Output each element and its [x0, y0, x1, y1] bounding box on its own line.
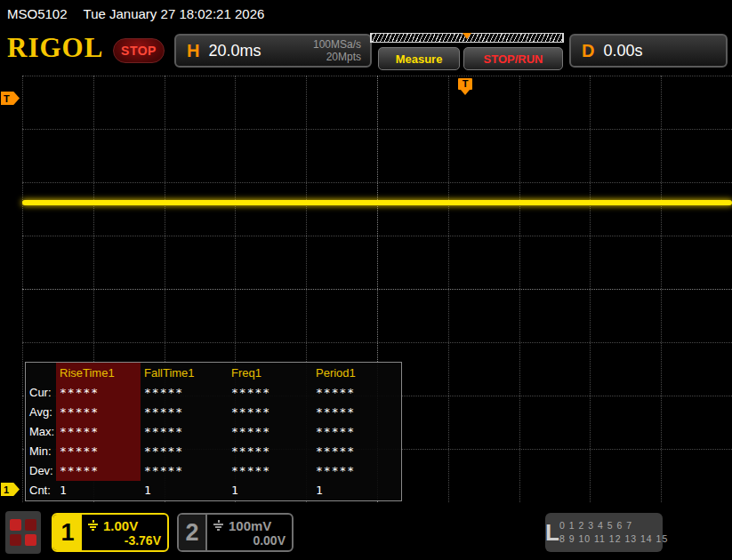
- memory-depth: 20Mpts: [326, 51, 361, 63]
- measurement-table: RiseTime1 FallTime1 Freq1 Period1 Cur: *…: [25, 362, 402, 501]
- measure-row-label: Min:: [26, 444, 56, 458]
- rigol-logo: RIGOL: [7, 32, 103, 64]
- channel1-badge[interactable]: 1 1.00V -3.76V: [52, 513, 169, 552]
- sample-rate: 100MSa/s: [313, 38, 361, 51]
- channel2-badge[interactable]: 2 100mV 0.00V: [177, 513, 294, 552]
- trigger-position-pointer-icon: [461, 90, 470, 95]
- measure-value: 1: [141, 484, 228, 497]
- acquisition-memory-bar[interactable]: [370, 33, 564, 43]
- toolbar: RIGOL STOP H 20.0ms 100MSa/s 20Mpts Meas…: [0, 27, 732, 76]
- measure-value: *****: [56, 425, 141, 438]
- horizontal-settings-button[interactable]: H 20.0ms 100MSa/s 20Mpts: [174, 34, 372, 68]
- ground-coupling-icon: [213, 520, 224, 531]
- measure-value: *****: [228, 405, 312, 419]
- measure-value: *****: [228, 464, 312, 477]
- status-bar: MSO5102 Tue January 27 18:02:21 2026: [0, 0, 732, 27]
- measure-col-header: Freq1: [228, 366, 312, 380]
- stop-run-button[interactable]: STOP/RUN: [463, 47, 563, 70]
- measure-value: *****: [141, 386, 228, 399]
- measure-value: *****: [56, 405, 141, 419]
- channel1-scale: 1.00V: [103, 518, 138, 533]
- menu-grid-icon: [10, 519, 21, 531]
- channel2-offset: 0.00V: [213, 533, 286, 548]
- measure-value: *****: [56, 444, 141, 458]
- measure-value: *****: [141, 425, 228, 438]
- menu-button[interactable]: [5, 511, 41, 554]
- delay-settings-button[interactable]: D 0.00s: [569, 34, 728, 68]
- trigger-level-marker[interactable]: T: [1, 92, 20, 105]
- channel2-scale: 100mV: [229, 518, 271, 533]
- measure-value: *****: [228, 386, 312, 399]
- menu-grid-icon: [25, 534, 36, 546]
- measure-button[interactable]: Measure: [378, 47, 460, 70]
- delay-value: 0.00s: [603, 42, 642, 60]
- channel1-trace: [22, 200, 732, 205]
- measure-value: *****: [312, 386, 401, 399]
- trigger-position-label: T: [458, 78, 472, 90]
- menu-grid-icon: [10, 534, 21, 546]
- channel1-offset-marker[interactable]: 1: [1, 483, 20, 496]
- measure-value: *****: [228, 425, 312, 438]
- oscilloscope-screen: MSO5102 Tue January 27 18:02:21 2026 RIG…: [0, 0, 732, 560]
- ground-coupling-icon: [87, 520, 99, 531]
- measure-value: *****: [312, 425, 401, 438]
- clock: Tue January 27 18:02:21 2026: [84, 6, 265, 21]
- measure-col-header: FallTime1: [141, 366, 228, 380]
- model-name: MSO5102: [7, 6, 68, 21]
- channel1-offset: -3.76V: [87, 533, 161, 548]
- measure-row-label: Avg:: [26, 405, 56, 419]
- measure-row-label: Dev:: [26, 464, 56, 477]
- measure-value: *****: [312, 405, 401, 419]
- menu-grid-icon: [25, 519, 36, 531]
- trigger-position-marker[interactable]: T: [458, 78, 472, 95]
- horizontal-label: H: [176, 41, 208, 61]
- measure-value: *****: [312, 464, 401, 477]
- measure-value: *****: [56, 386, 141, 399]
- measure-value: *****: [141, 444, 228, 458]
- logic-channels-row2: 8 9 10 11 12 13 14 15: [559, 532, 668, 546]
- footer-bar: 1 1.00V -3.76V 2 100mV 0.00V L: [0, 502, 732, 560]
- channel1-number: 1: [53, 515, 82, 550]
- logic-label: L: [545, 519, 559, 547]
- measure-col-header: RiseTime1: [56, 366, 141, 380]
- measure-value: *****: [141, 405, 228, 419]
- measure-row-label: Cur:: [26, 386, 56, 399]
- run-state-badge: STOP: [113, 38, 165, 63]
- memory-position-marker-icon: [463, 33, 471, 39]
- measure-value: *****: [56, 464, 141, 477]
- logic-channels-badge[interactable]: L 0 1 2 3 4 5 6 7 8 9 10 11 12 13 14 15: [545, 513, 663, 552]
- logic-channels-row1: 0 1 2 3 4 5 6 7: [559, 519, 668, 532]
- measure-row-label: Max:: [26, 425, 56, 438]
- channel2-number: 2: [179, 515, 207, 550]
- measure-row-label: Cnt:: [26, 484, 56, 497]
- measure-value: 1: [228, 484, 312, 497]
- acquisition-info: 100MSa/s 20Mpts: [313, 38, 370, 64]
- measure-value: *****: [312, 444, 401, 458]
- measure-col-header: Period1: [312, 366, 401, 380]
- measure-value: 1: [312, 484, 401, 497]
- delay-label: D: [571, 41, 603, 61]
- measure-value: *****: [141, 464, 228, 477]
- timebase-value: 20.0ms: [208, 42, 261, 60]
- measure-value: 1: [56, 484, 141, 497]
- waveform-display: T 1 T RiseTime1 FallTime1 Freq1 Period1 …: [0, 76, 732, 502]
- measure-value: *****: [228, 444, 312, 458]
